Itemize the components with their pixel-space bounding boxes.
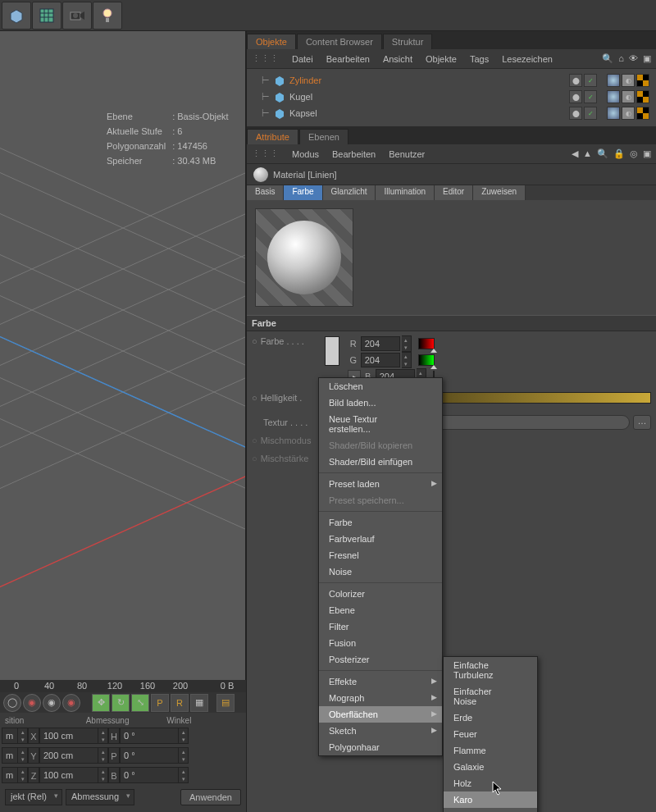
tab-struktur[interactable]: Struktur: [383, 34, 433, 49]
viewport[interactable]: Ebene: Basis-Objekt Aktuelle Stufe: 6 Po…: [0, 31, 246, 680]
menu-item[interactable]: Galaxie: [444, 759, 537, 775]
object-manager-list[interactable]: ⊢Zylinder⬤✓◐⊢Kugel⬤✓◐⊢Kapsel⬤✓◐: [247, 69, 656, 126]
target-icon[interactable]: ◎: [630, 148, 638, 159]
tool-cube[interactable]: [2, 2, 31, 30]
g-input[interactable]: 204: [361, 353, 400, 367]
scale-tool[interactable]: ⤡: [131, 694, 149, 712]
menu-item[interactable]: Fresnel: [319, 547, 442, 563]
search-icon-2[interactable]: 🔍: [597, 148, 608, 159]
phong-tag[interactable]: [607, 90, 620, 103]
menu-item[interactable]: Bild laden...: [319, 395, 442, 411]
r-spinner[interactable]: ▴▾: [402, 335, 412, 352]
menu-item[interactable]: Flamme: [444, 742, 537, 759]
g-spinner[interactable]: ▴▾: [402, 352, 412, 368]
move-tool[interactable]: ✥: [92, 694, 110, 712]
g-slider[interactable]: [418, 354, 435, 366]
maximize-icon[interactable]: ▣: [643, 53, 651, 64]
menu-objekte[interactable]: Objekte: [426, 54, 457, 64]
dim-mode-dropdown[interactable]: Abmessung: [66, 789, 134, 805]
object-row[interactable]: ⊢Kugel⬤✓◐: [247, 89, 656, 105]
tool-camera[interactable]: [62, 2, 92, 30]
material-tag[interactable]: ◐: [622, 74, 635, 87]
search-icon[interactable]: 🔍: [602, 53, 613, 64]
menu-item[interactable]: Farbverlauf: [319, 531, 442, 547]
tool-grid[interactable]: [32, 2, 61, 30]
material-tag[interactable]: ◐: [622, 90, 635, 103]
menu-item[interactable]: Preset laden▶: [319, 476, 442, 492]
menu-item[interactable]: Neue Textur erstellen...: [319, 411, 442, 437]
dim-input[interactable]: 100 cm: [39, 767, 98, 783]
p-tool[interactable]: P: [151, 694, 169, 712]
menu-item[interactable]: Mograph▶: [319, 690, 442, 706]
object-row[interactable]: ⊢Kapsel⬤✓◐: [247, 105, 656, 121]
menu-modus[interactable]: Modus: [292, 149, 319, 159]
phong-tag[interactable]: [607, 74, 620, 87]
menu-item[interactable]: Noise: [319, 563, 442, 580]
film-tool[interactable]: ▤: [216, 694, 235, 712]
record-btn[interactable]: ◯: [3, 694, 21, 712]
visibility-tag[interactable]: ⬤: [569, 107, 582, 120]
material-tag[interactable]: ◐: [622, 107, 635, 120]
menu-item[interactable]: Sketch▶: [319, 723, 442, 739]
up-icon[interactable]: ▲: [583, 148, 592, 159]
tab-attribute[interactable]: Attribute: [247, 129, 298, 144]
home-icon[interactable]: ⌂: [618, 53, 624, 64]
texture-context-menu[interactable]: LöschenBild laden...Neue Textur erstelle…: [318, 377, 443, 756]
menu-datei[interactable]: Datei: [292, 54, 313, 64]
tab-content-browser[interactable]: Content Browser: [297, 34, 382, 49]
channel-zuweisen[interactable]: Zuweisen: [473, 185, 526, 200]
channel-basis[interactable]: Basis: [247, 185, 284, 200]
menu-item[interactable]: Farbe: [319, 514, 442, 531]
channel-editor[interactable]: Editor: [435, 185, 473, 200]
menu-item[interactable]: Marmor: [444, 808, 537, 812]
menu-item[interactable]: Oberflächen▶: [319, 706, 442, 723]
apply-button[interactable]: Anwenden: [180, 789, 241, 805]
menu-item[interactable]: Feuer: [444, 726, 537, 742]
back-icon[interactable]: ◀: [572, 148, 578, 159]
menu-item[interactable]: Effekte▶: [319, 673, 442, 690]
enable-tag[interactable]: ✓: [584, 74, 597, 87]
menu-item[interactable]: Einfacher Noise: [444, 683, 537, 709]
menu-item[interactable]: Shader/Bild einfügen: [319, 454, 442, 470]
visibility-tag[interactable]: ⬤: [569, 74, 582, 87]
timeline-ruler[interactable]: 04080120160200 0 B: [0, 680, 246, 692]
menu-item[interactable]: Karo: [444, 791, 537, 808]
r-slider[interactable]: [418, 338, 435, 349]
visibility-tag[interactable]: ⬤: [569, 90, 582, 103]
menu-item[interactable]: Colorizer: [319, 586, 442, 602]
menu-bearbeiten2[interactable]: Bearbeiten: [332, 149, 376, 159]
angle-input[interactable]: 0 °: [120, 747, 179, 764]
texture-browse-btn[interactable]: …: [633, 415, 651, 430]
r-input[interactable]: 204: [361, 336, 400, 351]
menu-item[interactable]: Fusion: [319, 635, 442, 651]
tool-light[interactable]: [93, 2, 122, 30]
menu-item[interactable]: Erde: [444, 709, 537, 726]
lock-icon[interactable]: 🔒: [613, 148, 625, 159]
coord-mode-dropdown[interactable]: jekt (Rel): [5, 789, 62, 805]
max-icon[interactable]: ▣: [643, 148, 651, 159]
phong-tag[interactable]: [607, 107, 620, 120]
menu-lesezeichen[interactable]: Lesezeichen: [502, 54, 553, 64]
grid-tool[interactable]: ▦: [190, 694, 208, 712]
angle-input[interactable]: 0 °: [120, 728, 179, 744]
key-btn[interactable]: ◉: [23, 694, 41, 712]
channel-farbe[interactable]: Farbe: [284, 185, 322, 200]
rotate-tool[interactable]: ↻: [112, 694, 130, 712]
menu-ansicht[interactable]: Ansicht: [383, 54, 412, 64]
channel-illumination[interactable]: Illumination: [376, 185, 435, 200]
tab-ebenen[interactable]: Ebenen: [299, 129, 348, 144]
menu-item[interactable]: Holz: [444, 775, 537, 791]
enable-tag[interactable]: ✓: [584, 90, 597, 103]
object-row[interactable]: ⊢Zylinder⬤✓◐: [247, 72, 656, 89]
enable-tag[interactable]: ✓: [584, 107, 597, 120]
material-preview[interactable]: [255, 208, 353, 307]
r-tool[interactable]: R: [171, 694, 189, 712]
menu-bearbeiten[interactable]: Bearbeiten: [326, 54, 370, 64]
texture-tag[interactable]: [636, 90, 649, 103]
texture-tag[interactable]: [636, 107, 649, 120]
dim-input[interactable]: 100 cm: [39, 728, 98, 744]
menu-item[interactable]: Posterizer: [319, 651, 442, 668]
tab-objekte[interactable]: Objekte: [247, 34, 296, 49]
menu-tags[interactable]: Tags: [470, 54, 489, 64]
menu-item[interactable]: Filter: [319, 618, 442, 635]
